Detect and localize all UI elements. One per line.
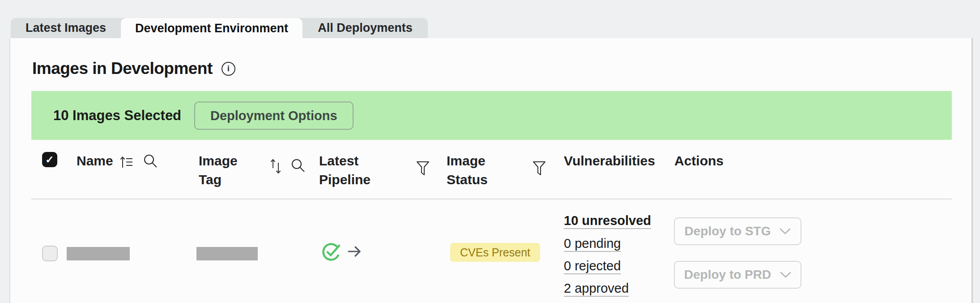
column-header-latest-pipeline: Latest Pipeline — [319, 152, 377, 189]
search-icon[interactable] — [143, 154, 158, 169]
row-checkbox[interactable] — [42, 246, 58, 261]
check-icon: ✓ — [45, 154, 54, 166]
column-header-image-status: Image Status — [447, 152, 496, 189]
chevron-down-icon — [780, 228, 791, 235]
deploy-to-prd-label: Deploy to PRD — [684, 268, 771, 282]
sort-list-icon[interactable] — [119, 156, 134, 169]
images-in-development-panel: Images in Development i 10 Images Select… — [9, 38, 973, 303]
pending-count-link[interactable]: 0 pending — [564, 236, 621, 251]
selection-banner: 10 Images Selected Deployment Options — [31, 91, 952, 140]
select-all-checkbox[interactable]: ✓ — [42, 152, 57, 167]
column-header-name: Name — [77, 152, 113, 170]
column-header-actions: Actions — [674, 152, 724, 170]
tab-latest-images[interactable]: Latest Images — [11, 18, 121, 38]
name-placeholder-bar — [67, 247, 130, 260]
deploy-to-prd-button[interactable]: Deploy to PRD — [674, 261, 801, 289]
chevron-down-icon — [780, 272, 791, 278]
deploy-to-stg-label: Deploy to STG — [685, 224, 771, 238]
arrow-right-icon[interactable] — [347, 243, 363, 260]
status-badge: CVEs Present — [450, 243, 540, 262]
tab-all-deployments[interactable]: All Deployments — [303, 18, 428, 38]
sort-icon[interactable] — [269, 158, 283, 175]
image-tag-placeholder-bar — [196, 247, 258, 260]
filter-icon[interactable] — [532, 160, 546, 177]
search-icon[interactable] — [290, 158, 306, 173]
tab-bar: Latest Images Development Environment Al… — [11, 18, 428, 38]
page-title: Images in Development — [32, 59, 213, 78]
info-icon[interactable]: i — [222, 62, 235, 76]
header-divider — [31, 199, 952, 199]
column-header-image-tag: Image Tag — [199, 152, 252, 189]
approved-count-link[interactable]: 2 approved — [564, 281, 629, 296]
pipeline-success-icon — [322, 241, 342, 261]
tab-development-environment[interactable]: Development Environment — [121, 18, 303, 39]
screen: Latest Images Development Environment Al… — [0, 0, 980, 303]
rejected-count-link[interactable]: 0 rejected — [564, 259, 621, 273]
deployment-options-button[interactable]: Deployment Options — [194, 101, 354, 130]
column-header-vulnerabilities: Vulnerabilities — [564, 152, 655, 170]
deploy-to-stg-button[interactable]: Deploy to STG — [674, 217, 801, 245]
unresolved-count-link[interactable]: 10 unresolved — [564, 213, 651, 228]
filter-icon[interactable] — [416, 160, 430, 177]
selection-count-text: 10 Images Selected — [53, 108, 181, 124]
page-title-row: Images in Development i — [32, 59, 235, 78]
